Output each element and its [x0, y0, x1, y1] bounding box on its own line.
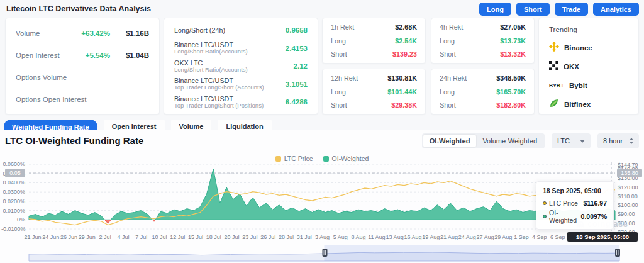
- binance-icon: [549, 42, 559, 54]
- weighting-segmented-control: OI-Weighted Volume-Weighted: [422, 133, 545, 148]
- rekt-title: 4h Rekt: [440, 23, 463, 31]
- ratio-sublabel: Top Trader Long/Short (Positions): [174, 103, 286, 109]
- rekt-header-row: 4h Rekt$27.05K: [440, 23, 526, 31]
- stat-label: Options Open Interest: [16, 96, 110, 103]
- x-axis-tick: 15 Jul: [188, 234, 203, 240]
- rekt-short-row: Short$139.23: [331, 50, 417, 58]
- rekt-total: $130.81K: [387, 74, 417, 82]
- coin-select[interactable]: LTC: [552, 133, 591, 148]
- stat-row: Volume+63.42%$1.16B: [6, 22, 159, 44]
- rekt-long-value: $165.70K: [496, 88, 526, 96]
- rekt-title: 12h Rekt: [331, 74, 358, 82]
- chart-tooltip: 18 Sep 2025, 05:00 LTC Price$116.97OI-We…: [536, 181, 614, 230]
- header-action-trade-button[interactable]: Trade: [555, 3, 588, 16]
- x-axis-tick: 24 Jun: [42, 234, 59, 240]
- ratio-row: Binance LTC/USDTTop Trader Long/Short (A…: [164, 76, 318, 94]
- rekt-long-value: $13.73K: [500, 37, 526, 45]
- x-axis-tick: 21 Jun: [24, 234, 41, 240]
- rekt-card-1h: 1h Rekt$2.68KLong$2.54KShort$139.23: [322, 18, 426, 64]
- rekt-short-row: Short$13.32K: [440, 50, 526, 58]
- trending-item-bybit[interactable]: BYBITBybit: [549, 76, 628, 95]
- crosshair-date-badge: 18 Sep 2025, 05:00: [567, 232, 638, 242]
- rekt-short-row: Short$182.80K: [440, 101, 526, 109]
- ratio-sublabel: Top Trader Long/Short (Accounts): [174, 84, 286, 91]
- ratio-sublabel: Long/Short Ratio(Accounts): [174, 67, 294, 74]
- oi-weighted-option[interactable]: OI-Weighted: [423, 135, 477, 147]
- header-action-long-button[interactable]: Long: [479, 3, 511, 16]
- rekt-total: $27.05K: [500, 23, 526, 31]
- bitfinex-icon: [549, 98, 559, 111]
- stat-change: +63.42%: [81, 30, 110, 37]
- rekt-long-label: Long: [331, 88, 346, 96]
- ratio-labels: Binance LTC/USDTTop Trader Long/Short (A…: [174, 77, 286, 91]
- chart-navigator[interactable]: [0, 244, 644, 263]
- stat-label: Volume: [16, 30, 81, 37]
- page-title: Litecoin LTC Derivatives Data Analysis: [6, 4, 151, 13]
- trending-item-okx[interactable]: OKX: [549, 57, 628, 76]
- rekt-short-label: Short: [440, 50, 456, 58]
- tooltip-row: LTC Price$116.97: [543, 199, 607, 207]
- x-axis-tick: 13 Aug: [386, 234, 404, 240]
- rekt-total: $348.50K: [496, 74, 526, 82]
- x-axis-tick: 16 Aug: [404, 234, 421, 240]
- rekt-long-label: Long: [440, 88, 455, 96]
- x-axis-tick: 19 Aug: [422, 234, 440, 240]
- trending-item-bitfinex[interactable]: Bitfinex: [549, 95, 628, 114]
- rekt-short-label: Short: [331, 101, 347, 109]
- ratio-labels: Long/Short (24h): [174, 26, 286, 34]
- rekt-short-label: Short: [440, 101, 456, 109]
- trending-card: Trending BinanceOKXBYBITBybitBitfinex: [538, 18, 639, 115]
- rekt-title: 1h Rekt: [331, 23, 354, 31]
- ratio-label: Long/Short (24h): [174, 26, 286, 34]
- rekt-short-value: $182.80K: [496, 101, 526, 109]
- stat-row: Open Interest+5.54%$1.04B: [6, 44, 159, 66]
- rekt-long-label: Long: [331, 37, 346, 45]
- trending-items: BinanceOKXBYBITBybitBitfinex: [549, 38, 628, 114]
- trending-item-binance[interactable]: Binance: [549, 38, 628, 57]
- ratio-value: 6.4286: [286, 98, 308, 106]
- rekt-long-value: $2.54K: [395, 37, 417, 45]
- ratio-row: Binance LTC/USDTLong/Short Ratio(Account…: [164, 40, 318, 58]
- spinner-icon: [630, 138, 633, 144]
- interval-select[interactable]: 8 hour: [597, 133, 639, 148]
- x-axis-tick: 18 Jul: [206, 234, 221, 240]
- volume-weighted-option[interactable]: Volume-Weighted: [476, 135, 543, 147]
- svg-text:IT: IT: [559, 82, 564, 89]
- tooltip-series-value: 0.0097%: [581, 213, 607, 220]
- ratio-row: Binance LTC/USDTTop Trader Long/Short (P…: [164, 93, 318, 111]
- chart-panel: LTC OI-Weighted Funding Rate OI-Weighted…: [0, 130, 644, 263]
- ratio-value: 3.1051: [286, 81, 308, 88]
- trending-item-label: Binance: [564, 44, 592, 52]
- rekt-long-row: Long$165.70K: [440, 88, 526, 96]
- tooltip-series-label: LTC Price: [549, 199, 584, 207]
- header-action-short-button[interactable]: Short: [516, 3, 550, 16]
- ratio-value: 2.4153: [286, 45, 308, 52]
- ratio-value: 2.12: [294, 62, 308, 70]
- interval-select-value: 8 hour: [603, 137, 623, 145]
- x-axis-tick: 26 Jul: [260, 234, 275, 240]
- chart-title: LTC OI-Weighted Funding Rate: [5, 135, 143, 146]
- header-action-analytics-button[interactable]: Analytics: [593, 3, 639, 16]
- x-axis-tick: 20 Jul: [225, 234, 240, 240]
- x-axis-tick: 2 Jul: [99, 234, 111, 240]
- stat-row: Options Volume: [6, 66, 159, 88]
- rekt-card-12h: 12h Rekt$130.81KLong$101.44KShort$29.38K: [322, 69, 426, 115]
- rekt-total: $2.68K: [395, 23, 417, 31]
- x-axis-tick: 27 Aug: [477, 234, 494, 240]
- stat-label: Open Interest: [16, 52, 86, 59]
- tooltip-series-dot: [543, 201, 547, 205]
- stat-value: $1.16B: [120, 30, 149, 37]
- rekt-short-label: Short: [331, 50, 347, 58]
- x-axis-tick: 21 Aug: [440, 234, 458, 240]
- rekt-long-row: Long$2.54K: [331, 37, 417, 45]
- trending-item-label: Bitfinex: [564, 101, 591, 108]
- long-short-ratio-card: Long/Short (24h)0.9658Binance LTC/USDTLo…: [164, 18, 318, 115]
- tooltip-row: OI-Weighted0.0097%: [543, 209, 607, 224]
- ratio-labels: OKX LTCLong/Short Ratio(Accounts): [174, 59, 294, 74]
- rekt-header-row: 24h Rekt$348.50K: [440, 74, 526, 82]
- ratio-sublabel: Long/Short Ratio(Accounts): [174, 48, 286, 55]
- rekt-cards-grid: 1h Rekt$2.68KLong$2.54KShort$139.234h Re…: [322, 18, 535, 115]
- rekt-long-row: Long$101.44K: [331, 88, 417, 96]
- x-axis-tick: 10 Jul: [152, 234, 167, 240]
- x-axis-tick: 4 Jul: [117, 234, 129, 240]
